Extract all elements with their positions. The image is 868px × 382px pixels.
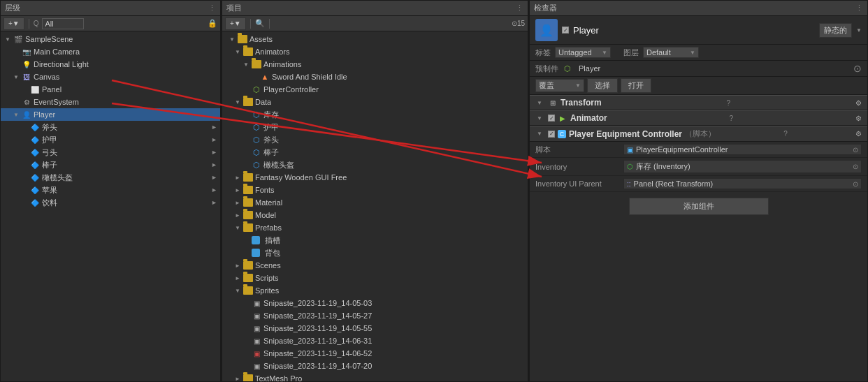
project-snipaste5[interactable]: ▣ Snipaste_2023-11-19_14-06-52 <box>222 347 528 360</box>
open-button[interactable]: 打开 <box>621 78 651 93</box>
fantasy-label: Fantasy Wooden GUI Free <box>255 173 347 182</box>
project-assets[interactable]: Assets <box>222 33 528 45</box>
expand-data <box>233 98 242 106</box>
ui-parent-value-text: Panel (Rect Transform) <box>634 179 714 188</box>
hierarchy-item-axe[interactable]: 🔷 斧头 ► <box>1 121 220 133</box>
project-scenes[interactable]: Scenes <box>222 259 528 272</box>
bowhead-label: 弓头 <box>42 147 57 158</box>
shield-icon: 🔷 <box>30 135 40 145</box>
hierarchy-toolbar: +▼ Q 🔒 <box>1 16 220 31</box>
light-icon: 💡 <box>22 59 31 69</box>
inspector-dots[interactable]: ⋮ <box>855 3 863 13</box>
hierarchy-item-eventsystem[interactable]: ⚙ EventSystem <box>1 96 220 108</box>
equipment-question-icon[interactable]: ? <box>783 130 788 138</box>
scripts-folder-icon <box>243 274 253 282</box>
player-enabled-checkbox[interactable] <box>562 27 569 34</box>
static-button[interactable]: 静态的 <box>819 23 852 38</box>
layer-dropdown[interactable]: Default <box>643 47 699 58</box>
animator-enabled-checkbox[interactable] <box>548 115 555 122</box>
tag-dropdown[interactable]: Untagged <box>555 47 611 58</box>
project-fonts[interactable]: Fonts <box>222 184 528 196</box>
project-content: Assets Animators Animations ▲ Sword And … <box>222 31 528 381</box>
playerctrl-label: PlayerController <box>263 85 319 94</box>
hierarchy-item-stick[interactable]: 🔷 棒子 ► <box>1 159 220 171</box>
override-dropdown[interactable]: 覆盖 <box>535 79 584 92</box>
project-material[interactable]: Material <box>222 196 528 209</box>
hierarchy-item-pumpkin[interactable]: 🔷 橄榄头盔 ► <box>1 171 220 184</box>
hierarchy-search-input[interactable] <box>42 18 84 29</box>
project-model[interactable]: Model <box>222 209 528 221</box>
hierarchy-item-dir-light[interactable]: 💡 Directional Light <box>1 58 220 71</box>
hierarchy-item-main-camera[interactable]: 📷 Main Camera <box>1 45 220 58</box>
hujia-icon: ⬡ <box>252 122 261 132</box>
hierarchy-item-shield[interactable]: 🔷 护甲 ► <box>1 133 220 146</box>
project-dots[interactable]: ⋮ <box>516 3 523 13</box>
camera-icon: 📷 <box>22 47 31 57</box>
equipment-gear-icon[interactable]: ⚙ <box>855 130 862 138</box>
inventory-circle-icon[interactable]: ⊙ <box>853 163 858 170</box>
prefab-settings-icon[interactable]: ⊙ <box>853 63 862 74</box>
project-scripts[interactable]: Scripts <box>222 272 528 284</box>
project-prefabs[interactable]: Prefabs <box>222 221 528 234</box>
project-kucun[interactable]: ⬡ 库存 <box>222 108 528 121</box>
transform-question-icon[interactable]: ? <box>727 99 731 107</box>
hierarchy-item-panel[interactable]: ⬜ Panel <box>1 83 220 96</box>
animators-label: Animators <box>255 47 290 56</box>
project-hujia[interactable]: ⬡ 护甲 <box>222 121 528 133</box>
project-sprites[interactable]: Sprites <box>222 284 528 297</box>
equipment-component-header[interactable]: C Player Equipment Controller （脚本） ? ⚙ <box>530 126 867 142</box>
project-futou[interactable]: ⬡ 斧头 <box>222 133 528 146</box>
hierarchy-item-apple[interactable]: 🔷 苹果 ► <box>1 184 220 196</box>
project-snipaste4[interactable]: ▣ Snipaste_2023-11-19_14-06-31 <box>222 335 528 347</box>
project-add-btn[interactable]: +▼ <box>225 17 246 30</box>
transform-component-header[interactable]: ⊞ Transform ? ⚙ <box>530 95 867 110</box>
inspector-inventory-ui-parent-row: Inventory UI Parent :: Panel (Rect Trans… <box>530 176 867 192</box>
hierarchy-add-btn[interactable]: +▼ <box>3 17 24 30</box>
project-snipaste3[interactable]: ▣ Snipaste_2023-11-19_14-05-55 <box>222 322 528 335</box>
project-playerctrl[interactable]: ⬡ PlayerController <box>222 83 528 96</box>
animator-question-icon[interactable]: ? <box>730 115 734 122</box>
static-dropdown-arrow[interactable]: ▼ <box>856 27 862 34</box>
expand-transform <box>535 98 544 107</box>
hierarchy-dots[interactable]: ⋮ <box>208 3 216 13</box>
hierarchy-search-icon: Q <box>34 20 39 27</box>
project-pumpkin2[interactable]: ⬡ 橄榄头盔 <box>222 159 528 171</box>
hierarchy-item-canvas[interactable]: 🖼 Canvas <box>1 71 220 83</box>
hierarchy-item-bowhead[interactable]: 🔷 弓头 ► <box>1 146 220 159</box>
expand-light <box>12 60 20 68</box>
prefab-label: 预制件 <box>535 64 558 74</box>
project-snipaste6[interactable]: ▣ Snipaste_2023-11-19_14-07-20 <box>222 360 528 372</box>
hierarchy-lock-icon[interactable]: 🔒 <box>208 19 217 28</box>
project-snipaste1[interactable]: ▣ Snipaste_2023-11-19_14-05-03 <box>222 297 528 309</box>
project-data[interactable]: Data <box>222 96 528 108</box>
script-value-text: PlayerEquipmentController <box>636 145 728 154</box>
hierarchy-item-drink[interactable]: 🔷 饮料 ► <box>1 196 220 209</box>
animator-gear-icon[interactable]: ⚙ <box>855 115 862 122</box>
project-fantasy-gui[interactable]: Fantasy Wooden GUI Free <box>222 171 528 184</box>
hierarchy-header: 层级 ⋮ <box>1 1 220 16</box>
equipment-enabled-checkbox[interactable] <box>548 131 555 138</box>
script-circle-icon[interactable]: ⊙ <box>853 146 858 154</box>
project-snipaste2[interactable]: ▣ Snipaste_2023-11-19_14-05-27 <box>222 309 528 322</box>
project-sword-idle[interactable]: ▲ Sword And Shield Idle <box>222 71 528 83</box>
project-animators[interactable]: Animators <box>222 45 528 58</box>
transform-gear-icon[interactable]: ⚙ <box>855 99 862 107</box>
animator-component-header[interactable]: ▶ Animator ? ⚙ <box>530 110 867 126</box>
futou-icon: ⬡ <box>252 135 261 145</box>
project-textmesh[interactable]: TextMesh Pro <box>222 372 528 381</box>
project-header: 项目 ⋮ <box>222 1 528 16</box>
animator-icon: ▶ <box>558 113 567 123</box>
eventsys-icon: ⚙ <box>22 97 31 107</box>
hierarchy-item-samplescene[interactable]: 🎬 SampleScene <box>1 33 220 45</box>
project-bag[interactable]: 背包 <box>222 247 528 259</box>
player-label: Player <box>34 110 55 119</box>
ui-parent-circle-icon[interactable]: ⊙ <box>853 180 858 188</box>
project-bangzi[interactable]: ⬡ 棒子 <box>222 146 528 159</box>
prefab-row: 预制件 ⬡ Player ⊙ <box>530 61 867 77</box>
select-button[interactable]: 选择 <box>587 78 618 93</box>
add-component-button[interactable]: 添加组件 <box>629 198 769 215</box>
hierarchy-item-player[interactable]: 👤 Player <box>1 108 220 121</box>
project-slot[interactable]: 插槽 <box>222 234 528 247</box>
layer-value: Default <box>646 48 671 57</box>
project-animations[interactable]: Animations <box>222 58 528 71</box>
